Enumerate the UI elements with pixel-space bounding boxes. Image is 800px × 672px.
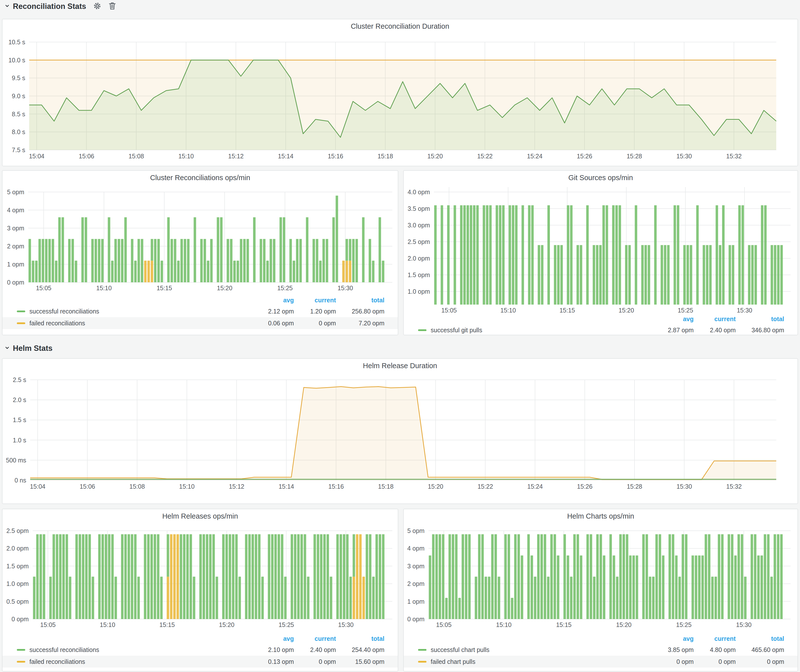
bar-successful reconciliations — [326, 534, 329, 619]
bar-successful chart pulls — [764, 534, 766, 619]
bar-successful git pulls — [599, 245, 602, 305]
bar-successful reconciliations — [53, 534, 55, 619]
chart-canvas-helm-charts[interactable]: 15:0515:1015:1515:2015:2515:305 opm4 opm… — [404, 521, 798, 633]
section-header-helm-stats[interactable]: Helm Stats — [4, 343, 53, 354]
bar-successful reconciliations — [98, 239, 101, 282]
bar-successful reconciliations — [49, 577, 52, 619]
bar-successful reconciliations — [240, 239, 242, 282]
bar-successful reconciliations — [291, 534, 293, 619]
chart-canvas-git-sources[interactable]: 15:0515:1015:1515:2015:2515:304.0 opm3.5… — [404, 182, 798, 314]
x-axis-label: 15:10 — [501, 307, 516, 314]
legend-series-label[interactable]: failed reconciliations — [29, 320, 252, 327]
y-axis-label: 3 opm — [407, 563, 424, 570]
bar-successful git pulls — [738, 205, 741, 305]
bar-successful reconciliations — [128, 534, 130, 619]
bar-successful chart pulls — [711, 577, 714, 619]
x-axis-label: 15:30 — [677, 483, 692, 490]
bar-successful chart pulls — [507, 534, 510, 619]
legend-col-total[interactable]: total — [336, 635, 384, 642]
x-axis-label: 15:10 — [496, 621, 512, 628]
bar-successful git pulls — [502, 205, 505, 305]
bar-successful reconciliations — [114, 239, 117, 282]
panel-title[interactable]: Cluster Reconciliations ops/min — [2, 171, 398, 182]
bar-successful chart pulls — [491, 534, 494, 619]
bar-successful chart pulls — [646, 534, 648, 619]
legend-series-label[interactable]: successful git pulls — [431, 326, 651, 334]
bar-successful git pulls — [554, 245, 556, 305]
legend-series-label[interactable]: successful reconciliations — [29, 646, 252, 653]
chart-canvas-cluster-reconciliation-duration[interactable]: 15:0415:0615:0815:1015:1215:1415:1615:18… — [2, 31, 798, 165]
bar-successful reconciliations — [180, 534, 182, 619]
legend-col-current[interactable]: current — [294, 635, 336, 642]
panel-title[interactable]: Helm Charts ops/min — [404, 509, 798, 521]
legend-helm-charts: avgcurrenttotalsuccessful chart pulls3.8… — [404, 634, 798, 667]
legend-col-total[interactable]: total — [736, 315, 784, 323]
bar-successful reconciliations — [293, 261, 295, 282]
x-axis-label: 15:32 — [726, 483, 742, 490]
bar-successful reconciliations — [134, 261, 137, 282]
bar-successful reconciliations — [283, 217, 285, 282]
legend-col-avg[interactable]: avg — [252, 297, 294, 304]
chart-canvas-helm-releases[interactable]: 15:0515:1015:1515:2015:2515:302.5 opm2.0… — [2, 521, 398, 633]
legend-col-avg[interactable]: avg — [651, 315, 694, 323]
panel-title[interactable]: Git Sources ops/min — [404, 171, 798, 182]
bar-successful chart pulls — [610, 534, 612, 619]
bar-successful reconciliations — [349, 239, 351, 261]
panel-cluster-reconciliation-duration: Cluster Reconciliation Duration 15:0415:… — [2, 19, 798, 166]
bar-successful reconciliations — [92, 577, 94, 619]
legend-series-dash-icon — [418, 329, 426, 331]
bar-successful chart pulls — [435, 534, 438, 619]
legend-col-total[interactable]: total — [336, 297, 384, 304]
legend-col-current[interactable]: current — [694, 315, 736, 323]
bar-successful git pulls — [593, 245, 595, 305]
bar-successful chart pulls — [590, 534, 592, 619]
bar-successful git pulls — [612, 205, 615, 305]
bar-successful reconciliations — [379, 217, 381, 282]
y-axis-label: 0 opm — [7, 279, 24, 286]
bar-successful reconciliations — [306, 217, 309, 282]
bar-successful reconciliations — [382, 534, 384, 619]
x-axis-label: 15:20 — [217, 285, 232, 291]
trash-icon[interactable] — [108, 2, 116, 11]
bar-failed reconciliations — [353, 577, 355, 619]
panel-title[interactable]: Helm Releases ops/min — [2, 509, 398, 521]
legend-col-total[interactable]: total — [736, 635, 784, 642]
legend-col-avg[interactable]: avg — [651, 635, 694, 642]
section-header-reconciliation-stats[interactable]: Reconciliation Stats — [4, 1, 116, 12]
legend-series-label[interactable]: successful reconciliations — [29, 308, 252, 315]
legend-series-label[interactable]: failed reconciliations — [29, 658, 252, 665]
gear-icon[interactable] — [93, 2, 101, 11]
x-axis-label: 15:12 — [229, 483, 245, 490]
legend-col-current[interactable]: current — [694, 635, 736, 642]
legend-series-label[interactable]: failed chart pulls — [431, 658, 651, 665]
series — [29, 60, 776, 150]
bar-successful reconciliations — [194, 217, 196, 282]
bar-successful git pulls — [719, 245, 722, 305]
y-axis-label: 7.5 s — [12, 146, 25, 154]
bar-successful chart pulls — [718, 534, 720, 619]
chart-canvas-helm-release-duration[interactable]: 15:0415:0615:0815:1015:1215:1415:1615:18… — [2, 370, 798, 503]
panel-title[interactable]: Cluster Reconciliation Duration — [2, 19, 798, 31]
bar-successful reconciliations — [213, 534, 215, 619]
legend-value-total: 15.60 opm — [336, 658, 384, 665]
panel-title[interactable]: Helm Release Duration — [2, 359, 798, 370]
y-axis-label: 4.0 opm — [408, 189, 430, 195]
chevron-down-icon[interactable] — [4, 345, 10, 352]
legend-col-avg[interactable]: avg — [252, 635, 294, 642]
area-helm release duration — [30, 387, 776, 480]
bar-successful git pulls — [635, 205, 637, 305]
bar-successful reconciliations — [322, 239, 325, 282]
bar-successful chart pulls — [554, 534, 556, 619]
chevron-down-icon[interactable] — [4, 3, 10, 10]
legend-series-label[interactable]: successful chart pulls — [431, 646, 651, 653]
x-axis-label: 15:24 — [527, 153, 542, 160]
bar-successful reconciliations — [263, 239, 266, 282]
bar-successful reconciliations — [340, 534, 342, 619]
legend-col-current[interactable]: current — [294, 297, 336, 304]
bar-successful chart pulls — [547, 577, 549, 619]
bar-successful reconciliations — [372, 577, 375, 619]
bar-successful git pulls — [716, 205, 718, 305]
y-axis-label: 8.5 s — [12, 110, 25, 118]
bar-successful git pulls — [547, 205, 550, 305]
chart-canvas-cluster-reconciliations[interactable]: 15:0515:1015:1515:2015:2515:305 opm4 opm… — [2, 182, 398, 295]
